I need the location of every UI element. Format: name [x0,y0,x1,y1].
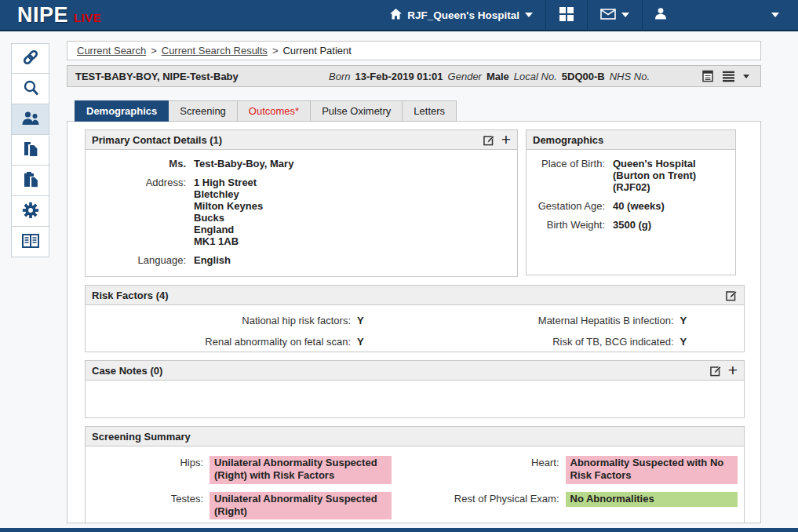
case-notes-panel: Case Notes (0) + [85,360,745,418]
heart-status-badge: Abnormality Suspected with No Risk Facto… [566,456,738,484]
tab-outcomes[interactable]: Outcomes* [238,100,311,122]
screening-row-heart: Heart: Abnormality Suspected with No Ris… [412,456,738,484]
breadcrumb-current-patient: Current Patient [282,45,351,56]
patients-icon [21,111,40,129]
screening-row-physical-exam: Rest of Physical Exam: No Abnormalities [412,492,738,520]
apps-grid-icon [559,6,574,24]
birth-weight-value: 3500 (g) [613,219,729,231]
contact-title-label: Ms. [92,158,186,169]
sidebar-item-patients[interactable] [11,104,49,135]
physical-exam-status-badge: No Abnormalities [566,492,738,507]
renal-label: Renal abnormality on fetal scan: [92,336,351,348]
demographics-panel: Demographics Place of Birth: Queen's Hos… [526,129,736,275]
edit-icon[interactable] [726,290,738,301]
edit-icon[interactable] [710,365,722,377]
language-value: English [194,254,511,266]
app-logo: NIPE LIVE [17,3,101,27]
case-notes-title: Case Notes (0) [92,365,162,377]
apps-menu-button[interactable] [545,0,587,31]
chevron-down-icon[interactable] [743,75,749,78]
brand-name: NIPE [17,3,68,27]
messages-menu-button[interactable] [587,0,642,31]
risk-factor-row: National hip risk factors: Y [92,315,415,326]
language-label: Language: [92,254,186,266]
place-of-birth-label: Place of Birth: [533,158,605,193]
sidebar [11,43,49,257]
window-bottom-edge [0,528,798,532]
local-no-value: 5DQ00-B [562,71,605,82]
hospital-selector[interactable]: RJF_Queen's Hospital [377,0,545,31]
screening-summary-title: Screening Summary [92,431,191,443]
born-label: Born [329,71,350,82]
place-of-birth-value: Queen's Hospital (Burton on Trent) (RJF0… [613,158,729,193]
physical-exam-label: Rest of Physical Exam: [412,492,559,505]
risk-factor-row: Risk of TB, BCG indicated: Y [415,336,738,348]
tab-screening[interactable]: Screening [169,100,238,122]
tb-bcg-label: Risk of TB, BCG indicated: [415,336,674,348]
screening-summary-panel: Screening Summary Hips: Unilateral Abnor… [85,426,745,523]
patient-report-icon[interactable] [701,70,714,82]
hips-status-badge: Unilateral Abnormality Suspected (Right)… [210,456,392,484]
renal-value: Y [357,336,415,348]
copy-pages-icon [22,140,39,160]
patient-details: Born 13-Feb-2019 01:01 Gender Male Local… [329,71,654,82]
risk-factors-panel: Risk Factors (4) National hip risk facto… [85,285,745,352]
sidebar-item-search[interactable] [11,74,49,104]
hospital-name: RJF_Queen's Hospital [407,9,519,21]
link-icon [21,48,40,69]
add-icon[interactable]: + [728,365,738,376]
patient-name: TEST-BABY-BOY, NIPE-Test-Baby [75,71,239,82]
contact-name-value: Test-Baby-Boy, Mary [194,158,511,169]
address-value: 1 High Street Bletchley Milton Keynes Bu… [194,177,511,247]
sidebar-item-handbook[interactable] [11,227,49,257]
sidebar-item-link[interactable] [11,43,49,74]
envelope-icon [600,9,616,22]
nhs-no-label: NHS No. [610,71,650,82]
heart-label: Heart: [412,456,559,468]
risk-factor-row: Renal abnormality on fetal scan: Y [92,336,415,348]
tb-bcg-value: Y [680,336,738,348]
home-icon [390,9,402,22]
tab-demographics[interactable]: Demographics [75,100,169,122]
app-header: NIPE LIVE RJF_Queen's Hospital [0,0,798,31]
breadcrumb-separator: > [151,45,157,56]
chevron-down-icon [525,13,533,17]
tab-letters[interactable]: Letters [403,100,457,122]
search-icon [22,79,39,99]
gender-label: Gender [448,71,482,82]
hip-risk-value: Y [357,315,415,326]
chevron-down-icon [771,13,779,17]
patient-banner: TEST-BABY-BOY, NIPE-Test-Baby Born 13-Fe… [67,65,761,87]
born-value: 13-Feb-2019 01:01 [355,71,443,82]
tab-pulse-oximetry[interactable]: Pulse Oximetry [311,100,403,122]
testes-status-badge: Unilateral Abnormality Suspected (Right) [210,492,392,520]
chevron-down-icon [621,13,629,17]
screening-row-testes: Testes: Unilateral Abnormality Suspected… [86,492,412,520]
breadcrumb-current-search[interactable]: Current Search [77,45,146,56]
breadcrumb-separator: > [272,45,279,56]
demographics-title: Demographics [533,134,603,146]
breadcrumb: Current Search > Current Search Results … [67,41,761,60]
tab-content: Primary Contact Details (1) + Ms. Test-B… [67,121,761,523]
patient-menu-icon[interactable] [722,71,735,82]
local-no-label: Local No. [514,71,557,82]
sidebar-item-settings[interactable] [11,196,49,227]
patient-tabs: Demographics Screening Outcomes* Pulse O… [75,100,761,122]
book-icon [22,234,39,250]
screening-row-hips: Hips: Unilateral Abnormality Suspected (… [86,456,412,484]
user-menu-button[interactable] [642,0,792,31]
add-icon[interactable]: + [501,134,511,145]
primary-contact-panel: Primary Contact Details (1) + Ms. Test-B… [85,129,518,277]
hip-risk-label: National hip risk factors: [92,315,351,326]
risk-factor-row: Maternal Hepatitis B infection: Y [415,315,738,326]
breadcrumb-current-search-results[interactable]: Current Search Results [162,45,268,56]
sidebar-item-clipboard[interactable] [11,166,49,196]
hips-label: Hips: [86,456,203,468]
sidebar-item-copy[interactable] [11,135,49,166]
edit-icon[interactable] [483,134,495,146]
primary-contact-title: Primary Contact Details (1) [92,134,222,146]
gestation-age-value: 40 (weeks) [613,200,729,212]
user-icon [655,8,666,22]
clipboard-paste-icon [22,171,39,191]
risk-factors-title: Risk Factors (4) [92,290,169,301]
